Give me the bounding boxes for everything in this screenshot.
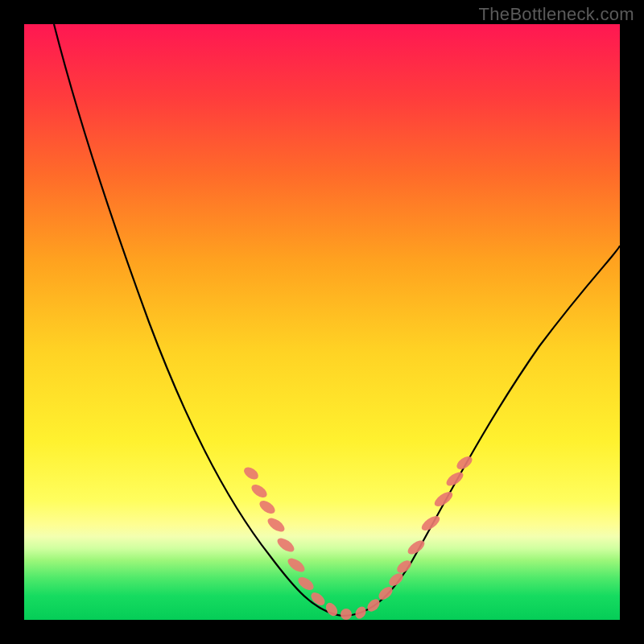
svg-point-13 [386, 571, 405, 588]
svg-point-7 [308, 590, 327, 608]
svg-point-11 [365, 597, 382, 613]
svg-point-1 [250, 482, 270, 500]
svg-point-17 [432, 489, 455, 510]
svg-point-5 [286, 555, 308, 575]
watermark-text: TheBottleneck.com [479, 4, 634, 25]
chart-svg [24, 24, 620, 620]
svg-point-16 [419, 514, 442, 534]
svg-point-4 [275, 535, 297, 555]
svg-point-2 [258, 498, 278, 516]
bottleneck-curve [54, 24, 620, 616]
svg-point-10 [353, 605, 368, 621]
svg-point-0 [242, 464, 260, 481]
svg-point-18 [444, 469, 466, 489]
svg-point-9 [341, 609, 352, 620]
svg-point-3 [266, 515, 287, 535]
chart-frame: TheBottleneck.com [0, 0, 644, 644]
svg-point-12 [376, 584, 394, 602]
marker-cluster [242, 454, 474, 621]
svg-point-19 [455, 454, 475, 472]
